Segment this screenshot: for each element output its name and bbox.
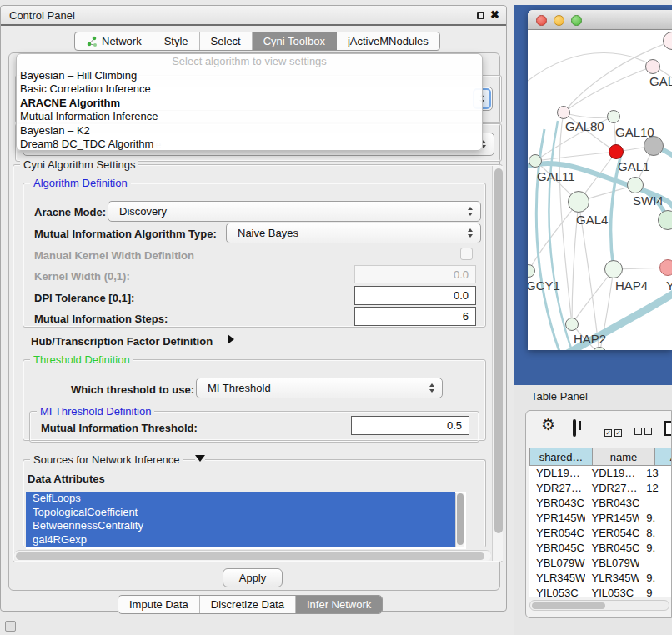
tab-discretize-data[interactable]: Discretize Data <box>200 596 296 613</box>
mi-threshold-title: MI Threshold Definition <box>37 405 154 418</box>
tab-jactivemnodules[interactable]: jActiveMNodules <box>337 32 439 50</box>
data-attributes-list[interactable]: SelfLoopsTopologicalCoefficientBetweenne… <box>26 492 466 549</box>
export-table-icon[interactable] <box>664 421 672 436</box>
close-traffic-light-icon[interactable] <box>536 15 547 26</box>
table-row[interactable]: YPR145WYPR145W9. <box>529 511 672 526</box>
node-gal10[interactable] <box>607 110 620 123</box>
network-window-titlebar[interactable] <box>528 10 672 30</box>
table-window: ⚙ ✓✓ shared…nameA YDL19…YDL19…13YDR27…YD… <box>525 410 672 618</box>
attribute-item-betweennesscentrality[interactable]: BetweennessCentrality <box>26 519 455 533</box>
float-window-icon[interactable] <box>477 12 484 19</box>
node-gal7[interactable] <box>645 59 660 74</box>
node-swi4[interactable] <box>627 177 644 193</box>
apply-button[interactable]: Apply <box>223 568 283 588</box>
close-icon[interactable]: ✖ <box>490 8 499 21</box>
control-panel-titlebar[interactable]: Control Panel ✖ <box>1 6 506 26</box>
tab-impute-data[interactable]: Impute Data <box>118 596 200 613</box>
table-cell: YDL19… <box>529 466 585 481</box>
column-header-3[interactable]: A <box>655 448 672 466</box>
aracne-mode-combo[interactable]: Discovery <box>108 201 481 222</box>
attributes-scrollbar[interactable] <box>455 492 464 548</box>
table-row[interactable]: YBR045CYBR045C9. <box>529 541 672 556</box>
which-threshold-combo[interactable]: MI Threshold <box>196 378 443 398</box>
collapse-arrow-icon[interactable] <box>195 455 205 462</box>
node-label-gal11: GAL11 <box>537 169 575 183</box>
tab-label: Impute Data <box>129 598 188 611</box>
table-row[interactable]: YLR345WYLR345W9. <box>529 571 672 586</box>
hub-definition-label[interactable]: Hub/Transcription Factor Definition <box>31 335 213 348</box>
table-row[interactable]: YBR043CYBR043C <box>529 496 672 511</box>
data-attributes-label: Data Attributes <box>28 472 105 485</box>
table-cell: YBL079W <box>585 556 640 571</box>
table-cell: YPR145W <box>529 511 585 526</box>
node-gal1-red[interactable] <box>609 144 624 159</box>
column-header-2[interactable]: name <box>593 448 655 466</box>
table-cell: 9. <box>639 541 672 556</box>
node-gal80[interactable] <box>557 106 570 119</box>
algorithm-option-mutual-information-inference[interactable]: Mutual Information Inference <box>17 110 482 123</box>
tab-cyni-toolbox[interactable]: Cyni Toolbox <box>253 32 337 50</box>
collapsed-panel-icon[interactable] <box>5 621 16 632</box>
table-cell: YER054C <box>529 526 585 541</box>
deselect-columns-icon[interactable] <box>634 423 654 438</box>
table-row[interactable]: YDR27…YDR27…12 <box>529 481 672 496</box>
table-cell: YER054C <box>585 526 640 541</box>
network-canvas[interactable]: GALGAL80GAL10GAL1GAL11SWI4GAL4GCY1HAP4YH… <box>528 31 672 350</box>
algorithm-option-basic-correlation-inference[interactable]: Basic Correlation Inference <box>17 82 482 96</box>
algorithm-dropdown[interactable]: Select algorithm to view settings Bayesi… <box>16 53 483 151</box>
select-columns-icon[interactable]: ✓✓ <box>604 423 624 438</box>
table-cell: YBL079W <box>529 556 585 571</box>
mi-steps-input[interactable]: 6 <box>354 307 476 326</box>
table-cell: 9. <box>639 571 672 586</box>
tab-network[interactable]: Network <box>75 32 153 50</box>
table-cell: YLR345W <box>529 571 585 586</box>
attribute-item-gal4rgexp[interactable]: gal4RGexp <box>26 533 455 548</box>
node-label-swi4: SWI4 <box>633 193 664 208</box>
attribute-item-topologicalcoefficient[interactable]: TopologicalCoefficient <box>26 506 455 520</box>
sources-title[interactable]: Sources for Network Inference <box>30 453 183 466</box>
algorithm-option-aracne-algorithm[interactable]: ARACNE Algorithm <box>17 97 482 110</box>
combo-stepper <box>429 383 434 392</box>
algorithm-option-dream8-dc-tdc-algorithm[interactable]: Dream8 DC_TDC Algorithm <box>17 138 482 151</box>
minimize-traffic-light-icon[interactable] <box>554 15 564 26</box>
gear-icon[interactable]: ⚙ <box>541 418 555 432</box>
algorithm-dropdown-list: Bayesian – Hill ClimbingBasic Correlatio… <box>17 69 482 151</box>
dpi-tolerance-input[interactable]: 0.0 <box>354 286 476 305</box>
table-row[interactable]: YBL079WYBL079W <box>529 556 672 571</box>
node-label-gal1: GAL1 <box>618 159 649 173</box>
node-green-right[interactable] <box>658 210 672 230</box>
mi-threshold-label: Mutual Information Threshold: <box>41 422 198 434</box>
node-gal11[interactable] <box>529 154 542 168</box>
algorithm-option-bayesian-k2[interactable]: Bayesian – K2 <box>17 124 482 138</box>
tab-style[interactable]: Style <box>153 32 200 50</box>
zoom-traffic-light-icon[interactable] <box>571 15 582 26</box>
mi-steps-label: Mutual Information Steps: <box>34 312 168 325</box>
table-cell: YBR045C <box>529 541 585 556</box>
settings-vertical-scrollbar[interactable] <box>492 166 503 561</box>
node-hap2[interactable] <box>565 318 579 331</box>
table-columns-icon[interactable] <box>573 419 576 437</box>
settings-horizontal-scrollbar[interactable] <box>14 550 491 561</box>
kernel-width-input[interactable]: 0.0 <box>354 265 476 283</box>
table-horizontal-scrollbar[interactable] <box>529 600 669 611</box>
table-row[interactable]: YIL053CYIL053C9 <box>529 586 672 598</box>
node-label-gcy1: GCY1 <box>528 278 560 292</box>
column-header-1[interactable]: shared… <box>529 448 593 466</box>
manual-kernel-checkbox[interactable] <box>460 248 473 260</box>
tab-infer-network[interactable]: Infer Network <box>296 596 382 613</box>
expand-arrow-icon[interactable] <box>228 334 234 344</box>
node-hap4[interactable] <box>604 260 623 278</box>
node-gal4[interactable] <box>568 191 589 212</box>
screen: Control Panel ✖ NetworkStyleSelectCyni T… <box>0 0 672 635</box>
tab-select[interactable]: Select <box>200 32 253 50</box>
mi-type-combo[interactable]: Naive Bayes <box>226 222 481 243</box>
dropdown-prompt: Select algorithm to view settings <box>17 54 482 69</box>
algorithm-option-bayesian-hill-climbing[interactable]: Bayesian – Hill Climbing <box>17 69 482 82</box>
attribute-item-selfloops[interactable]: SelfLoops <box>26 492 455 506</box>
table-row[interactable]: YDL19…YDL19…13 <box>529 466 672 481</box>
tab-label: Infer Network <box>307 598 371 611</box>
node-salmon[interactable] <box>659 259 672 276</box>
mi-threshold-input[interactable]: 0.5 <box>351 416 469 435</box>
threshold-definition-title: Threshold Definition <box>30 353 133 366</box>
table-row[interactable]: YER054CYER054C8. <box>529 526 672 541</box>
